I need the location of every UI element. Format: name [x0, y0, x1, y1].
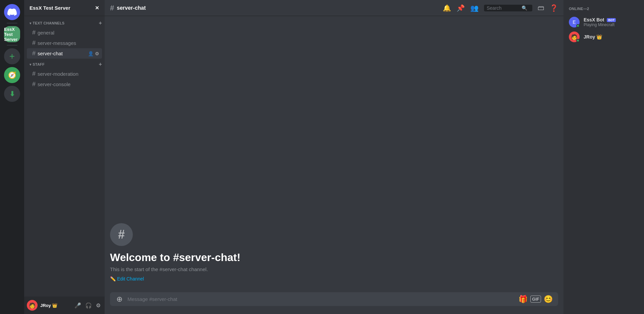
- category-header-text-channels[interactable]: ▾ TEXT CHANNELS +: [24, 19, 105, 27]
- edit-channel-button[interactable]: ✏️ Edit Channel: [110, 276, 144, 281]
- current-user-name: JRoy 👑: [40, 303, 70, 308]
- welcome-title: Welcome to #server-chat!: [110, 251, 558, 264]
- welcome-channel-icon: #: [110, 223, 133, 246]
- add-member-icon[interactable]: 👤: [88, 51, 94, 56]
- status-dot-jroy: [576, 39, 580, 42]
- gif-button[interactable]: GIF: [530, 296, 541, 303]
- channel-item-server-moderation[interactable]: # server-moderation: [27, 69, 102, 79]
- channel-sidebar: EssX Test Server ✕ ▾ TEXT CHANNELS + # g…: [24, 0, 105, 314]
- member-info-essx-bot: EssX Bot BOT Playing Minecraft: [584, 17, 639, 27]
- channel-item-server-chat[interactable]: # server-chat 👤 ⚙: [27, 48, 102, 59]
- server-divider-2: [7, 45, 17, 46]
- gift-icon[interactable]: 🎁: [519, 295, 528, 304]
- channel-name-server-console: server-console: [38, 81, 70, 87]
- server-dropdown-icon: ✕: [95, 5, 99, 11]
- mute-button[interactable]: 🎤: [73, 301, 83, 310]
- welcome-description: This is the start of the #server-chat ch…: [110, 266, 558, 272]
- server-header[interactable]: EssX Test Server ✕: [24, 0, 105, 16]
- user-avatar: 🧑: [27, 300, 38, 311]
- category-text-channels: ▾ TEXT CHANNELS + # general # server-mes…: [24, 19, 105, 59]
- hash-icon-server-chat: #: [32, 50, 36, 57]
- member-activity-essx-bot: Playing Minecraft: [584, 22, 639, 27]
- add-server-button[interactable]: +: [4, 48, 20, 64]
- chat-header-hash-icon: #: [110, 4, 114, 12]
- chat-input-area: ⊕ 🎁 GIF 😊: [105, 292, 564, 314]
- chat-content: # Welcome to #server-chat! This is the s…: [105, 16, 564, 292]
- server-sidebar: EssX Test Server + 🧭 ⬇: [0, 0, 24, 314]
- chat-input-box: ⊕ 🎁 GIF 😊: [110, 292, 558, 306]
- hash-icon-server-console: #: [32, 81, 36, 88]
- explore-servers-button[interactable]: 🧭: [4, 67, 20, 83]
- welcome-hash-symbol: #: [118, 228, 125, 242]
- user-settings-button[interactable]: ⚙: [95, 301, 102, 310]
- member-item-essx-bot[interactable]: E EssX Bot BOT Playing Minecraft: [566, 15, 641, 29]
- inbox-icon[interactable]: 🗃: [538, 4, 544, 12]
- add-channel-text-button[interactable]: +: [99, 20, 102, 26]
- channel-item-server-messages[interactable]: # server-messages: [27, 38, 102, 48]
- member-avatar-jroy: 🧑: [569, 32, 580, 42]
- member-name-jroy: JRoy 👑: [584, 34, 639, 40]
- edit-icon: ✏️: [110, 276, 116, 281]
- user-area: 🧑 JRoy 👑 🎤 🎧 ⚙: [24, 297, 105, 314]
- add-channel-staff-button[interactable]: +: [99, 61, 102, 67]
- help-icon[interactable]: ❓: [550, 4, 558, 12]
- server-name: EssX Test Server: [30, 5, 70, 11]
- channel-item-general[interactable]: # general: [27, 27, 102, 38]
- chat-input-actions: 🎁 GIF 😊: [519, 295, 553, 304]
- channel-action-icons: 👤 ⚙: [88, 51, 99, 56]
- hash-icon-server-moderation: #: [32, 70, 36, 77]
- settings-icon[interactable]: ⚙: [95, 51, 99, 56]
- server-divider: [7, 23, 17, 23]
- channel-name-server-chat: server-chat: [38, 51, 63, 56]
- members-section-title: ONLINE—2: [566, 5, 641, 12]
- chat-area: # server-chat 🔔 📌 👥 🔍 🗃 ❓ # Welcome t: [105, 0, 564, 314]
- hash-icon-general: #: [32, 29, 36, 36]
- member-info-jroy: JRoy 👑: [584, 34, 639, 40]
- search-input[interactable]: [487, 5, 520, 11]
- status-dot-essx-bot: [576, 24, 580, 27]
- emoji-picker-button[interactable]: 😊: [544, 295, 553, 304]
- members-sidebar: ONLINE—2 E EssX Bot BOT Playing Minecraf…: [564, 0, 644, 314]
- channel-name-server-moderation: server-moderation: [38, 71, 78, 77]
- attach-file-button[interactable]: ⊕: [115, 295, 123, 304]
- user-emoji: 👑: [52, 303, 57, 308]
- channel-name-general: general: [38, 30, 54, 36]
- category-collapse-icon-staff: ▾: [30, 63, 31, 66]
- user-info: JRoy 👑: [40, 303, 70, 308]
- chat-header: # server-chat 🔔 📌 👥 🔍 🗃 ❓: [105, 0, 564, 16]
- bot-badge: BOT: [607, 18, 616, 22]
- member-name-essx-bot: EssX Bot BOT: [584, 17, 639, 22]
- message-input[interactable]: [127, 292, 515, 306]
- user-controls: 🎤 🎧 ⚙: [73, 301, 102, 310]
- category-label-staff: STAFF: [33, 62, 99, 66]
- server-icon-ets[interactable]: EssX Test Server: [4, 26, 20, 42]
- download-apps-button[interactable]: ⬇: [4, 86, 20, 102]
- category-collapse-icon: ▾: [30, 21, 31, 25]
- search-bar[interactable]: 🔍: [484, 5, 532, 11]
- hash-icon-server-messages: #: [32, 40, 36, 47]
- edit-channel-label: Edit Channel: [117, 276, 144, 281]
- deafen-button[interactable]: 🎧: [84, 301, 93, 310]
- member-item-jroy[interactable]: 🧑 JRoy 👑: [566, 29, 641, 44]
- discord-home-button[interactable]: [4, 4, 20, 20]
- category-staff: ▾ STAFF + # server-moderation # server-c…: [24, 60, 105, 89]
- chat-header-actions: 🔔 📌 👥 🔍 🗃 ❓: [443, 4, 558, 12]
- member-avatar-essx-bot: E: [569, 17, 580, 27]
- channel-list: ▾ TEXT CHANNELS + # general # server-mes…: [24, 16, 105, 297]
- welcome-area: # Welcome to #server-chat! This is the s…: [110, 218, 558, 287]
- channel-name-server-messages: server-messages: [38, 40, 76, 46]
- notification-bell-icon[interactable]: 🔔: [443, 4, 451, 12]
- pin-icon[interactable]: 📌: [457, 4, 465, 12]
- search-icon: 🔍: [522, 5, 527, 11]
- category-header-staff[interactable]: ▾ STAFF +: [24, 60, 105, 69]
- server-label-ets: EssX Test Server: [4, 27, 20, 42]
- category-label-text-channels: TEXT CHANNELS: [33, 21, 99, 25]
- members-icon[interactable]: 👥: [470, 4, 479, 12]
- chat-header-channel-name: server-chat: [117, 5, 146, 11]
- jroy-emoji: 👑: [596, 34, 602, 40]
- channel-item-server-console[interactable]: # server-console: [27, 79, 102, 89]
